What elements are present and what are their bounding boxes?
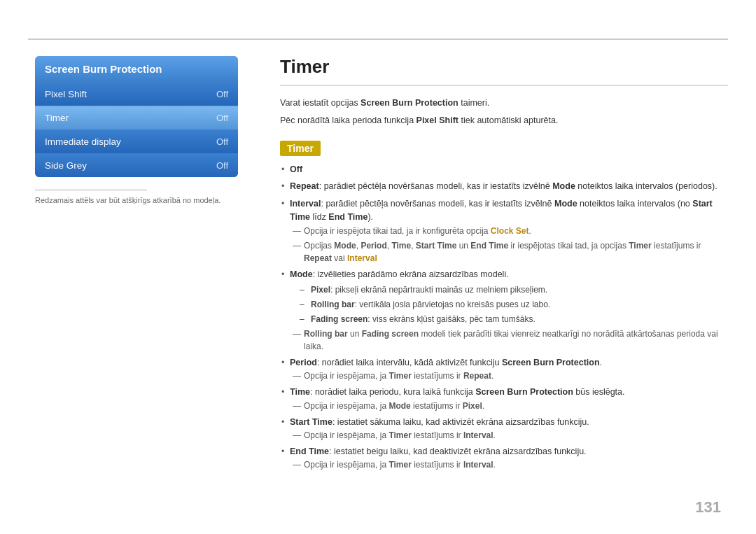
bullet-list: Off Repeat: parādiet pēctēļa novēršanas … (280, 163, 728, 471)
timer-label: Timer (45, 113, 69, 123)
page-number: 131 (695, 498, 721, 517)
mode-sublist: Pixel: pikseļi ekrānā nepārtraukti mainā… (290, 283, 728, 325)
top-divider (28, 38, 728, 40)
immediate-display-label: Immediate display (45, 136, 121, 147)
sub-rolling: Rolling bar: vertikāla josla pārvietojas… (300, 298, 728, 311)
bullet-period: Period: norādiet laika intervālu, kādā a… (280, 356, 728, 382)
note-time: Opcija ir iespējama, ja Mode iestatījums… (290, 400, 728, 412)
menu-item-immediate-display[interactable]: Immediate display Off (35, 129, 238, 153)
intro-line-2: Pēc norādītā laika perioda funkcija Pixe… (280, 113, 728, 127)
left-panel: Screen Burn Protection Pixel Shift Off T… (35, 56, 238, 204)
bullet-repeat: Repeat: parādiet pēctēļa novēršanas mode… (280, 180, 728, 193)
timer-value: Off (216, 113, 228, 123)
note-mode-period: Opcijas Mode, Period, Time, Start Time u… (290, 239, 728, 265)
right-panel: Timer Varat iestatīt opcijas Screen Burn… (280, 56, 728, 475)
intro-line-1: Varat iestatīt opcijas Screen Burn Prote… (280, 96, 728, 110)
section-title: Timer (280, 141, 321, 156)
bullet-off: Off (280, 163, 728, 176)
page-title: Timer (280, 56, 728, 86)
menu-item-timer[interactable]: Timer Off (35, 106, 238, 129)
menu-title: Screen Burn Protection (35, 56, 238, 82)
note-start-time: Opcija ir iespējama, ja Timer iestatījum… (290, 429, 728, 442)
note-rolling-fading: Rolling bar un Fading screen modeli tiek… (290, 328, 728, 353)
menu-item-side-grey[interactable]: Side Grey Off (35, 153, 238, 177)
bullet-mode: Mode: izvēlieties parādāmo ekrāna aizsar… (280, 268, 728, 353)
pixel-shift-value: Off (216, 89, 228, 99)
side-grey-value: Off (216, 160, 228, 171)
note-clock-set: Opcija ir iespējota tikai tad, ja ir kon… (290, 225, 728, 237)
side-grey-label: Side Grey (45, 160, 87, 171)
bullet-interval: Interval: parādiet pēctēļa novēršanas mo… (280, 197, 728, 265)
note-end-time: Opcija ir iespējama, ja Timer iestatījum… (290, 458, 728, 471)
sub-fading: Fading screen: viss ekrāns kļūst gaišāks… (300, 313, 728, 325)
menu-box: Screen Burn Protection Pixel Shift Off T… (35, 56, 238, 177)
bullet-time: Time: norādiet laika periodu, kura laikā… (280, 386, 728, 412)
left-divider (35, 190, 147, 190)
sub-pixel: Pixel: pikseļi ekrānā nepārtraukti mainā… (300, 283, 728, 296)
immediate-display-value: Off (216, 136, 228, 147)
bullet-end-time: End Time: iestatiet beigu laiku, kad dea… (280, 445, 728, 471)
bullet-start-time: Start Time: iestatiet sākuma laiku, kad … (280, 416, 728, 442)
left-note: Redzamais attēls var būt atšķirīgs atkar… (35, 196, 238, 204)
menu-item-pixel-shift[interactable]: Pixel Shift Off (35, 82, 238, 106)
note-period: Opcija ir iespējama, ja Timer iestatījum… (290, 370, 728, 382)
pixel-shift-label: Pixel Shift (45, 89, 87, 99)
